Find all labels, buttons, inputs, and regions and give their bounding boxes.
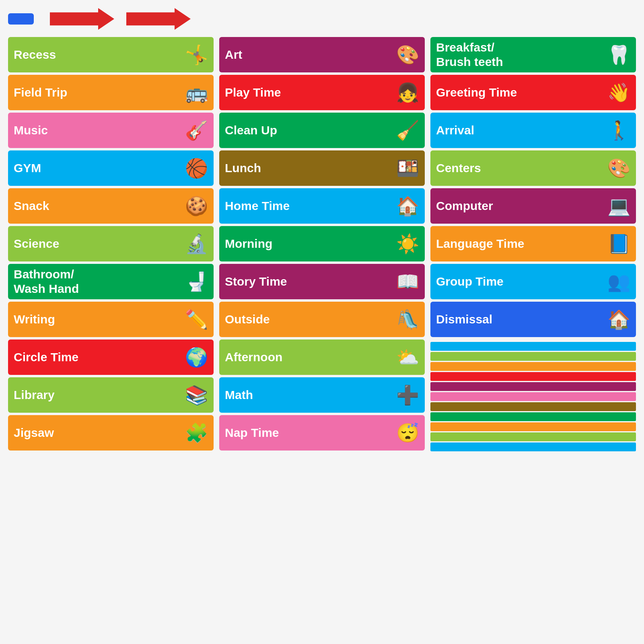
schedule-card: Circle Time🌍 (8, 339, 214, 375)
card-label: Breakfast/ Brush teeth (436, 40, 604, 69)
schedule-card: Bathroom/ Wash Hand🚽 (8, 264, 214, 299)
schedule-card: Home Time🏠 (219, 188, 425, 224)
card-icon: 👋 (607, 82, 630, 103)
card-icon: 🚶 (607, 119, 630, 141)
color-strip (430, 412, 636, 421)
card-label: Arrival (436, 123, 604, 138)
card-icon: 🔬 (185, 233, 208, 255)
schedule-card: Centers🎨 (430, 150, 636, 186)
card-label: Circle Time (14, 350, 182, 364)
card-icon: 📖 (396, 271, 419, 292)
schedule-card: Greeting Time👋 (430, 75, 636, 110)
card-icon: 🦷 (607, 44, 630, 66)
schedule-card: Language Time📘 (430, 226, 636, 261)
schedule-card: Nap Time😴 (219, 415, 425, 451)
card-label: Afternoon (225, 350, 393, 364)
card-label: Bathroom/ Wash Hand (14, 267, 182, 296)
schedule-card: Play Time👧 (219, 75, 425, 110)
card-icon: 🌍 (185, 346, 208, 368)
card-label: Home Time (225, 199, 393, 213)
color-strips (430, 342, 636, 451)
schedule-card: Snack🍪 (8, 188, 214, 224)
card-icon: 🚽 (185, 271, 208, 292)
color-strip (430, 392, 636, 401)
card-label: Art (225, 47, 393, 62)
schedule-card: Math➕ (219, 377, 425, 413)
card-label: Jigsaw (14, 426, 182, 440)
card-label: Greeting Time (436, 85, 604, 100)
schedule-card: GYM🏀 (8, 150, 214, 186)
card-label: Nap Time (225, 426, 393, 440)
column-3: Breakfast/ Brush teeth🦷Greeting Time👋Arr… (430, 37, 636, 451)
card-icon: 😴 (396, 422, 419, 444)
card-icon: 🤸 (185, 44, 208, 66)
schedule-card: Group Time👥 (430, 264, 636, 299)
color-strip (430, 402, 636, 411)
schedule-card: Clean Up🧹 (219, 113, 425, 148)
card-label: Story Time (225, 274, 393, 289)
card-label: GYM (14, 161, 182, 175)
schedule-card: Computer💻 (430, 188, 636, 224)
card-icon: ✏️ (185, 309, 208, 330)
card-icon: 🧩 (185, 422, 208, 444)
card-label: Library (14, 388, 182, 402)
color-strip (430, 432, 636, 441)
card-icon: 🍪 (185, 195, 208, 217)
card-label: Math (225, 388, 393, 402)
card-label: Group Time (436, 274, 604, 289)
card-icon: 🏠 (396, 195, 419, 217)
schedule-card: Afternoon⛅ (219, 339, 425, 375)
card-label: Language Time (436, 237, 604, 251)
column-2: Art🎨Play Time👧Clean Up🧹Lunch🍱Home Time🏠M… (219, 37, 425, 451)
color-strip (430, 362, 636, 371)
card-icon: ⛅ (396, 346, 419, 368)
card-label: Lunch (225, 161, 393, 175)
schedule-card: Lunch🍱 (219, 150, 425, 186)
card-label: Science (14, 237, 182, 251)
card-icon: 👧 (396, 82, 419, 103)
card-icon: 🎸 (185, 119, 208, 141)
card-icon: 🎨 (396, 44, 419, 66)
color-strip (430, 382, 636, 391)
card-label: Clean Up (225, 123, 393, 138)
schedule-card: Story Time📖 (219, 264, 425, 299)
card-label: Outside (225, 312, 393, 327)
arrow-left-2 (126, 8, 191, 30)
card-icon: ➕ (396, 384, 419, 406)
schedule-card: Field Trip🚌 (8, 75, 214, 110)
header-area (8, 8, 636, 30)
card-icon: 🛝 (396, 309, 419, 330)
card-icon: 🏀 (185, 157, 208, 179)
schedule-card: Outside🛝 (219, 302, 425, 337)
columns-area: Recess🤸Field Trip🚌Music🎸GYM🏀Snack🍪Scienc… (8, 37, 636, 451)
card-icon: 🚌 (185, 82, 208, 103)
card-icon: ☀️ (396, 233, 419, 255)
arrow-left-1 (50, 8, 114, 30)
card-label: Field Trip (14, 85, 182, 100)
schedule-card: Science🔬 (8, 226, 214, 261)
schedule-card: Art🎨 (219, 37, 425, 72)
schedule-card: Writing✏️ (8, 302, 214, 337)
color-strip (430, 422, 636, 431)
color-strip (430, 352, 636, 361)
card-icon: 🍱 (396, 157, 419, 179)
card-icon: 🧹 (396, 119, 419, 141)
card-label: Play Time (225, 85, 393, 100)
card-icon: 🎨 (607, 157, 630, 179)
card-label: Writing (14, 312, 182, 327)
schedule-card: Music🎸 (8, 113, 214, 148)
schedule-card: Library📚 (8, 377, 214, 413)
main-container: Recess🤸Field Trip🚌Music🎸GYM🏀Snack🍪Scienc… (0, 0, 644, 644)
schedule-card: Jigsaw🧩 (8, 415, 214, 451)
card-label: Recess (14, 47, 182, 62)
color-strip (430, 442, 636, 451)
color-strip (430, 372, 636, 381)
card-icon: 👥 (607, 271, 630, 292)
title-box (8, 13, 34, 25)
card-label: Centers (436, 161, 604, 175)
column-1: Recess🤸Field Trip🚌Music🎸GYM🏀Snack🍪Scienc… (8, 37, 214, 451)
color-strip (430, 342, 636, 351)
schedule-card: Breakfast/ Brush teeth🦷 (430, 37, 636, 72)
card-label: Snack (14, 199, 182, 213)
card-icon: 📘 (607, 233, 630, 255)
